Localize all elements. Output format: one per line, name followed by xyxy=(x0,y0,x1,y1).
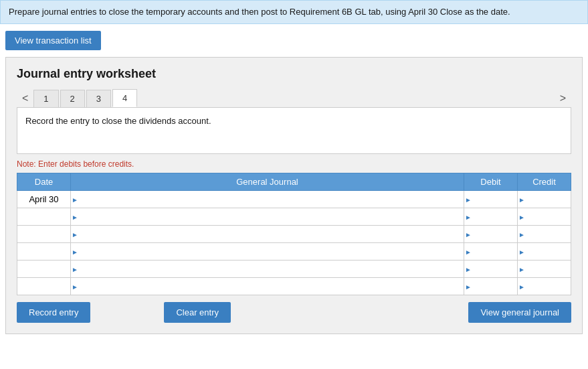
journal-cell-4[interactable]: ► xyxy=(71,243,464,261)
debit-cell-4[interactable]: ► xyxy=(464,243,518,261)
debit-input-4[interactable] xyxy=(464,243,517,260)
tab-prev-button[interactable]: < xyxy=(17,90,33,107)
credit-cell-6[interactable]: ► xyxy=(518,278,571,295)
note-text: Note: Enter debits before credits. xyxy=(17,159,571,169)
col-header-date: Date xyxy=(17,173,71,191)
credit-input-2[interactable] xyxy=(518,208,571,225)
col-header-debit: Debit xyxy=(464,173,518,191)
date-cell-4 xyxy=(17,243,71,261)
worksheet-title: Journal entry worksheet xyxy=(17,67,571,81)
table-row: ► ► ► xyxy=(17,226,571,243)
worksheet-container: Journal entry worksheet < 1 2 3 4 > Reco… xyxy=(5,57,583,334)
table-row: ► ► ► xyxy=(17,278,571,295)
tab-4[interactable]: 4 xyxy=(112,89,137,107)
credit-input-3[interactable] xyxy=(518,226,571,242)
journal-input-6[interactable] xyxy=(71,278,464,295)
credit-cell-1[interactable]: ► xyxy=(518,191,571,208)
view-transaction-button[interactable]: View transaction list xyxy=(5,31,101,50)
date-cell-6 xyxy=(17,278,71,295)
journal-cell-3[interactable]: ► xyxy=(71,226,464,243)
debit-cell-3[interactable]: ► xyxy=(464,226,518,243)
journal-table: Date General Journal Debit Credit April … xyxy=(17,173,571,295)
credit-cell-3[interactable]: ► xyxy=(518,226,571,243)
journal-cell-5[interactable]: ► xyxy=(71,261,464,278)
date-cell-2 xyxy=(17,208,71,226)
journal-input-2[interactable] xyxy=(71,208,464,225)
debit-cell-1[interactable]: ► xyxy=(464,191,518,208)
view-general-journal-button[interactable]: View general journal xyxy=(468,302,571,323)
credit-cell-2[interactable]: ► xyxy=(518,208,571,226)
record-entry-button[interactable]: Record entry xyxy=(17,302,90,323)
table-row: ► ► ► xyxy=(17,208,571,226)
journal-cell-1[interactable]: ► xyxy=(71,191,464,208)
tab-3[interactable]: 3 xyxy=(86,90,111,107)
debit-input-1[interactable] xyxy=(464,191,517,208)
credit-input-1[interactable] xyxy=(518,191,571,208)
instruction-text: Prepare journal entries to close the tem… xyxy=(9,7,510,17)
journal-input-3[interactable] xyxy=(71,226,464,242)
debit-cell-5[interactable]: ► xyxy=(464,261,518,278)
date-cell-1: April 30 xyxy=(17,191,71,208)
tab-2[interactable]: 2 xyxy=(60,90,85,107)
debit-input-3[interactable] xyxy=(464,226,517,242)
col-header-credit: Credit xyxy=(518,173,571,191)
credit-cell-5[interactable]: ► xyxy=(518,261,571,278)
tab-next-button[interactable]: > xyxy=(555,90,571,107)
credit-input-5[interactable] xyxy=(518,261,571,277)
date-cell-3 xyxy=(17,226,71,243)
instruction-bar: Prepare journal entries to close the tem… xyxy=(0,0,588,24)
tab-1[interactable]: 1 xyxy=(33,90,58,107)
col-header-general-journal: General Journal xyxy=(71,173,464,191)
table-row: ► ► ► xyxy=(17,243,571,261)
tabs-row: < 1 2 3 4 > xyxy=(17,89,571,107)
credit-input-4[interactable] xyxy=(518,243,571,260)
journal-input-1[interactable] xyxy=(71,191,464,208)
table-row: ► ► ► xyxy=(17,261,571,278)
debit-cell-6[interactable]: ► xyxy=(464,278,518,295)
table-row: April 30 ► ► ► xyxy=(17,191,571,208)
journal-cell-6[interactable]: ► xyxy=(71,278,464,295)
tab-instruction-text: Record the entry to close the dividends … xyxy=(25,116,563,126)
journal-input-4[interactable] xyxy=(71,243,464,260)
debit-cell-2[interactable]: ► xyxy=(464,208,518,226)
credit-cell-4[interactable]: ► xyxy=(518,243,571,261)
buttons-row: Record entry Clear entry View general jo… xyxy=(17,302,571,323)
debit-input-5[interactable] xyxy=(464,261,517,277)
journal-cell-2[interactable]: ► xyxy=(71,208,464,226)
clear-entry-button[interactable]: Clear entry xyxy=(164,302,231,323)
journal-input-5[interactable] xyxy=(71,261,464,277)
credit-input-6[interactable] xyxy=(518,278,571,295)
tab-content-area: Record the entry to close the dividends … xyxy=(17,107,571,154)
date-cell-5 xyxy=(17,261,71,278)
debit-input-6[interactable] xyxy=(464,278,517,295)
debit-input-2[interactable] xyxy=(464,208,517,225)
